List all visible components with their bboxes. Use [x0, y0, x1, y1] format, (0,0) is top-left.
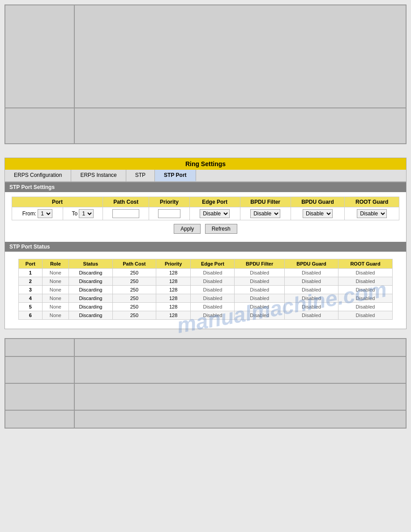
- table-row: 3NoneDiscarding250128DisabledDisabledDis…: [19, 286, 393, 294]
- status-edge-port-col: Edge Port: [191, 259, 235, 269]
- tab-erps-configuration[interactable]: ERPS Configuration: [5, 170, 71, 181]
- to-cell: To 123456: [63, 207, 103, 220]
- path-cost-cell: 250: [103, 207, 149, 220]
- tabs-bar: ERPS Configuration ERPS Instance STP STP…: [5, 170, 406, 182]
- bottom-cell-1: [5, 339, 74, 356]
- bpdu-filter-select[interactable]: DisableEnable: [250, 209, 280, 218]
- settings-form-table: Port Path Cost Priority Edge Port BPDU F: [12, 197, 399, 220]
- bottom-cell-6: [74, 383, 406, 410]
- ring-title-bar: Ring Settings: [5, 158, 406, 170]
- path-cost-input[interactable]: 250: [112, 209, 139, 218]
- bottom-cell-5: [5, 383, 74, 410]
- edge-port-cell: DisableEnable: [189, 207, 240, 220]
- tab-erps-instance[interactable]: ERPS Instance: [71, 170, 126, 181]
- ring-settings-panel: Ring Settings ERPS Configuration ERPS In…: [4, 158, 407, 329]
- bottom-placeholder: [4, 338, 407, 429]
- from-select[interactable]: 123456: [38, 209, 52, 218]
- status-root-guard-col: ROOT Guard: [338, 259, 393, 269]
- bottom-right-image: [74, 108, 406, 144]
- top-right-image: [74, 5, 406, 108]
- stp-port-settings-header: STP Port Settings: [5, 182, 406, 192]
- path-cost-header: Path Cost: [103, 197, 149, 207]
- edge-port-header: Edge Port: [189, 197, 240, 207]
- bottom-cell-2: [74, 339, 406, 356]
- edge-port-select[interactable]: DisableEnable: [200, 209, 230, 218]
- status-role-col: Role: [42, 259, 68, 269]
- root-guard-cell: DisableEnable: [345, 207, 399, 220]
- status-path-cost-col: Path Cost: [112, 259, 156, 269]
- bottom-cell-7: [5, 410, 74, 428]
- priority-cell: 128: [149, 207, 189, 220]
- bottom-cell-3: [5, 356, 74, 383]
- table-row: 6NoneDiscarding250128DisabledDisabledDis…: [19, 311, 393, 320]
- status-port-col: Port: [19, 259, 43, 269]
- settings-form: Port Path Cost Priority Edge Port BPDU F: [5, 192, 406, 242]
- tab-stp-port[interactable]: STP Port: [155, 170, 196, 181]
- table-row: 4NoneDiscarding250128DisabledDisabledDis…: [19, 294, 393, 303]
- bpdu-filter-header: BPDU Filter: [240, 197, 291, 207]
- table-row: 2NoneDiscarding250128DisabledDisabledDis…: [19, 277, 393, 286]
- btn-row: Apply Refresh: [12, 220, 399, 237]
- from-to-row: From: 123456 To 123456 250: [12, 207, 399, 220]
- apply-button[interactable]: Apply: [174, 224, 201, 234]
- top-left-image: [5, 5, 74, 108]
- to-select[interactable]: 123456: [79, 209, 94, 218]
- ring-title: Ring Settings: [185, 160, 226, 167]
- from-cell: From: 123456: [12, 207, 63, 220]
- bpdu-filter-cell: DisableEnable: [240, 207, 291, 220]
- table-row: 5NoneDiscarding250128DisabledDisabledDis…: [19, 303, 393, 311]
- root-guard-select[interactable]: DisableEnable: [357, 209, 387, 218]
- bpdu-guard-header: BPDU Guard: [291, 197, 345, 207]
- bottom-cell-8: [74, 410, 406, 428]
- priority-input[interactable]: 128: [158, 209, 180, 218]
- status-bpdu-filter-col: BPDU Filter: [235, 259, 285, 269]
- port-header: Port: [12, 197, 103, 207]
- root-guard-header: ROOT Guard: [345, 197, 399, 207]
- status-priority-col: Priority: [156, 259, 191, 269]
- refresh-button[interactable]: Refresh: [205, 224, 237, 234]
- status-table: Port Role Status Path Cost Priority Edge…: [18, 259, 393, 320]
- top-placeholder: [4, 4, 407, 144]
- bottom-left-image: [5, 108, 74, 144]
- status-table-container: Port Role Status Path Cost Priority Edge…: [5, 252, 406, 329]
- bpdu-guard-select[interactable]: DisableEnable: [303, 209, 333, 218]
- stp-port-status-header: STP Port Status: [5, 242, 406, 252]
- bottom-cell-4: [74, 356, 406, 383]
- priority-header: Priority: [149, 197, 189, 207]
- table-row: 1NoneDiscarding250128DisabledDisabledDis…: [19, 269, 393, 277]
- status-bpdu-guard-col: BPDU Guard: [285, 259, 338, 269]
- tab-stp[interactable]: STP: [126, 170, 155, 181]
- status-status-col: Status: [68, 259, 112, 269]
- bpdu-guard-cell: DisableEnable: [291, 207, 345, 220]
